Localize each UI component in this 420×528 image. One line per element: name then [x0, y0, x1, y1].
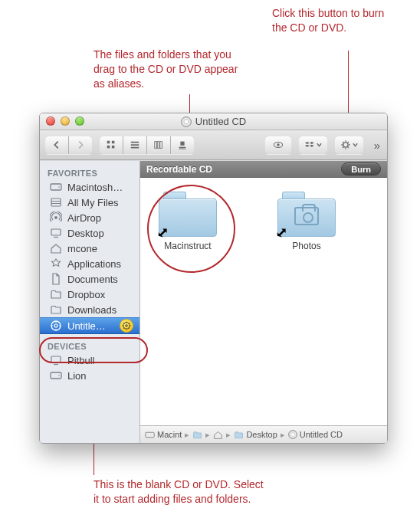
- svg-point-15: [343, 143, 348, 147]
- alias-arrow-icon: [276, 226, 289, 239]
- sidebar-item-label: Downloads: [67, 304, 116, 316]
- hdd-icon: [49, 181, 63, 193]
- disc-icon: [288, 430, 297, 439]
- sidebar-item-label: AirDrop: [67, 212, 101, 224]
- svg-rect-26: [51, 198, 61, 206]
- sidebar-item-label: All My Files: [67, 197, 118, 208]
- sidebar-item-desktop[interactable]: Desktop: [40, 225, 139, 241]
- sidebar-item-dropbox[interactable]: Dropbox: [40, 287, 139, 302]
- folder-icon: [234, 430, 244, 440]
- svg-line-20: [343, 142, 343, 143]
- burn-badge-icon[interactable]: [120, 319, 133, 333]
- svg-rect-24: [51, 184, 61, 190]
- svg-rect-1: [112, 141, 115, 144]
- dropbox-folder-icon: [49, 288, 63, 300]
- documents-icon: [49, 273, 63, 285]
- svg-line-47: [129, 323, 130, 323]
- pathbar[interactable]: Macint ▸ ▸ ▸ Desktop ▸ Untitled: [140, 425, 387, 443]
- folder-photos[interactable]: Photos: [268, 192, 345, 251]
- sidebar-item-label: Lion: [67, 370, 87, 382]
- svg-rect-9: [160, 142, 162, 149]
- burn-button[interactable]: Burn: [341, 162, 381, 175]
- minimize-button[interactable]: [61, 116, 70, 126]
- sidebar-item-home[interactable]: mcone: [40, 241, 139, 256]
- svg-line-23: [347, 142, 348, 143]
- svg-line-21: [347, 147, 348, 148]
- toolbar-overflow-icon[interactable]: »: [371, 139, 382, 152]
- svg-line-46: [123, 328, 124, 329]
- icon-view-button[interactable]: [100, 136, 123, 154]
- svg-line-45: [129, 328, 130, 329]
- path-segment[interactable]: Desktop: [234, 430, 277, 440]
- maximize-button[interactable]: [75, 116, 84, 126]
- quicklook-button[interactable]: [265, 136, 291, 154]
- titlebar: Untitled CD: [40, 113, 387, 130]
- sidebar: FAVORITES Macintosh… All My Files AirDro…: [40, 161, 140, 443]
- svg-rect-10: [180, 142, 184, 146]
- action-button[interactable]: [335, 136, 363, 154]
- camera-icon: [294, 207, 319, 225]
- svg-point-39: [126, 325, 128, 327]
- sidebar-item-label: Documents: [67, 274, 118, 285]
- svg-rect-30: [51, 229, 61, 235]
- list-view-button[interactable]: [123, 136, 147, 154]
- downloads-icon: [49, 303, 63, 316]
- dropbox-button[interactable]: [299, 136, 327, 154]
- folder-icon: [192, 430, 202, 440]
- sidebar-item-label: Macintosh…: [67, 182, 123, 193]
- sidebar-item-applications[interactable]: Applications: [40, 256, 139, 271]
- sidebar-item-label: Dropbox: [67, 289, 105, 300]
- svg-point-33: [54, 324, 57, 327]
- sidebar-item-label: Applications: [67, 258, 121, 270]
- applications-icon: [49, 257, 63, 270]
- svg-rect-50: [51, 372, 61, 379]
- folder-label: Photos: [292, 241, 320, 251]
- svg-point-25: [58, 186, 60, 188]
- sidebar-item-airdrop[interactable]: AirDrop: [40, 210, 139, 225]
- desktop-icon: [49, 227, 63, 239]
- path-segment[interactable]: [192, 430, 202, 440]
- forward-button[interactable]: [69, 136, 92, 154]
- view-buttons: [100, 136, 194, 154]
- nav-buttons: [45, 136, 92, 154]
- back-button[interactable]: [45, 136, 69, 154]
- column-view-button[interactable]: [147, 136, 171, 154]
- svg-rect-7: [155, 142, 157, 149]
- close-button[interactable]: [46, 116, 55, 126]
- home-icon: [49, 242, 63, 254]
- disc-icon: [181, 116, 192, 127]
- coverflow-view-button[interactable]: [171, 136, 194, 154]
- svg-rect-0: [107, 141, 110, 144]
- folder-icon: [277, 192, 336, 238]
- path-segment[interactable]: Macint: [145, 430, 182, 440]
- dropbox-button-group: [299, 136, 327, 154]
- sidebar-item-lion[interactable]: Lion: [40, 368, 139, 383]
- hdd-icon: [145, 430, 155, 440]
- svg-line-22: [343, 147, 343, 148]
- burn-disc-icon: [49, 320, 63, 332]
- action-button-group: [335, 136, 363, 154]
- sidebar-item-documents[interactable]: Documents: [40, 271, 139, 287]
- annotation-blank-disc: This is the blank CD or DVD. Select it t…: [94, 477, 270, 507]
- svg-rect-2: [107, 146, 110, 149]
- sidebar-item-macintosh-hd[interactable]: Macintosh…: [40, 179, 139, 195]
- hdd-icon: [49, 369, 63, 382]
- chevron-right-icon: ▸: [280, 430, 286, 440]
- sidebar-item-downloads[interactable]: Downloads: [40, 302, 139, 317]
- traffic-lights: [46, 116, 84, 126]
- chevron-right-icon: ▸: [225, 430, 231, 440]
- chevron-right-icon: ▸: [205, 430, 211, 440]
- sidebar-item-untitled-cd[interactable]: Untitle…: [40, 317, 139, 334]
- svg-point-51: [58, 375, 60, 376]
- svg-rect-3: [112, 146, 115, 149]
- all-files-icon: [49, 196, 63, 208]
- annotation-circle: [39, 337, 148, 363]
- content-header: Recordable CD Burn: [140, 161, 387, 178]
- sidebar-item-label: Untitle…: [67, 320, 106, 332]
- sidebar-item-all-my-files[interactable]: All My Files: [40, 195, 139, 210]
- path-segment[interactable]: Untitled CD: [288, 430, 343, 439]
- toolbar: »: [40, 130, 387, 160]
- path-segment[interactable]: [213, 430, 223, 440]
- svg-line-44: [123, 323, 124, 323]
- content-header-label: Recordable CD: [146, 164, 212, 175]
